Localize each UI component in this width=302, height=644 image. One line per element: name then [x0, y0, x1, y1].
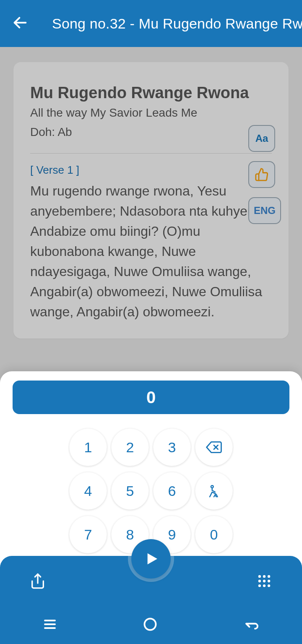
svg-point-10	[263, 580, 266, 582]
svg-point-6	[258, 575, 261, 578]
song-subtitle: All the way My Savior Leads Me	[30, 106, 272, 120]
verse-text: Mu rugendo rwange rwona, Yesu anyebember…	[30, 181, 272, 322]
svg-point-13	[263, 584, 266, 587]
circle-icon	[143, 617, 158, 632]
keypad-grid: 1 2 3 4 5 6 7 8 9 0	[13, 428, 289, 553]
back-button[interactable]	[12, 14, 29, 33]
menu-icon	[42, 617, 57, 632]
key-label: 4	[84, 483, 92, 499]
bottom-app-bar	[0, 556, 302, 606]
key-0[interactable]: 0	[195, 516, 233, 553]
key-label: 3	[168, 439, 176, 456]
share-button[interactable]	[25, 573, 50, 589]
key-label: 1	[84, 439, 92, 456]
dialpad-icon	[256, 573, 272, 589]
song-title: Mu Rugendo Rwange Rwona	[30, 84, 272, 102]
key-7[interactable]: 7	[69, 516, 107, 553]
svg-point-7	[263, 575, 266, 578]
play-icon	[143, 550, 159, 567]
lyrics-card: Mu Rugendo Rwange Rwona All the way My S…	[13, 62, 289, 339]
play-fab[interactable]	[131, 539, 171, 579]
key-label: 8	[126, 527, 134, 543]
language-toggle-label: ENG	[254, 205, 276, 216]
sweep-icon	[207, 484, 221, 498]
key-backspace[interactable]	[195, 428, 233, 466]
nav-back-button[interactable]	[243, 617, 260, 634]
song-key: Doh: Ab	[30, 125, 272, 139]
back-icon	[243, 617, 260, 632]
key-2[interactable]: 2	[111, 428, 149, 466]
language-toggle-button[interactable]: ENG	[248, 197, 281, 224]
key-label: 2	[126, 439, 134, 456]
key-label: 9	[168, 527, 176, 543]
like-button[interactable]	[248, 161, 275, 188]
svg-point-14	[268, 584, 270, 587]
svg-point-18	[144, 619, 156, 630]
key-clear[interactable]	[195, 472, 233, 510]
thumbs-up-icon	[255, 167, 269, 182]
svg-point-8	[268, 575, 270, 578]
key-6[interactable]: 6	[153, 472, 191, 510]
key-5[interactable]: 5	[111, 472, 149, 510]
toolbar-title: Song no.32 - Mu Rugendo Rwange Rwo	[52, 16, 302, 32]
nav-home-button[interactable]	[143, 617, 158, 634]
dialpad-button[interactable]	[252, 573, 277, 589]
font-size-label: Aa	[255, 133, 268, 144]
arrow-left-icon	[12, 14, 29, 31]
action-chip-column: Aa ENG	[248, 125, 281, 224]
svg-point-12	[258, 584, 261, 587]
key-label: 5	[126, 483, 134, 499]
verse-label: [ Verse 1 ]	[30, 164, 272, 177]
svg-point-9	[258, 580, 261, 582]
key-1[interactable]: 1	[69, 428, 107, 466]
key-label: 7	[84, 527, 92, 543]
divider	[30, 153, 272, 154]
keypad-display-value: 0	[146, 388, 156, 407]
svg-marker-5	[148, 553, 157, 565]
nav-recent-button[interactable]	[42, 617, 57, 634]
app-toolbar: Song no.32 - Mu Rugendo Rwange Rwo	[0, 0, 302, 47]
font-size-button[interactable]: Aa	[248, 125, 275, 152]
svg-point-11	[268, 580, 270, 582]
share-icon	[29, 573, 46, 589]
key-4[interactable]: 4	[69, 472, 107, 510]
backspace-icon	[206, 439, 222, 455]
keypad-display: 0	[13, 381, 289, 414]
system-nav-bar	[0, 606, 302, 644]
key-3[interactable]: 3	[153, 428, 191, 466]
key-label: 0	[210, 527, 218, 543]
key-label: 6	[168, 483, 176, 499]
